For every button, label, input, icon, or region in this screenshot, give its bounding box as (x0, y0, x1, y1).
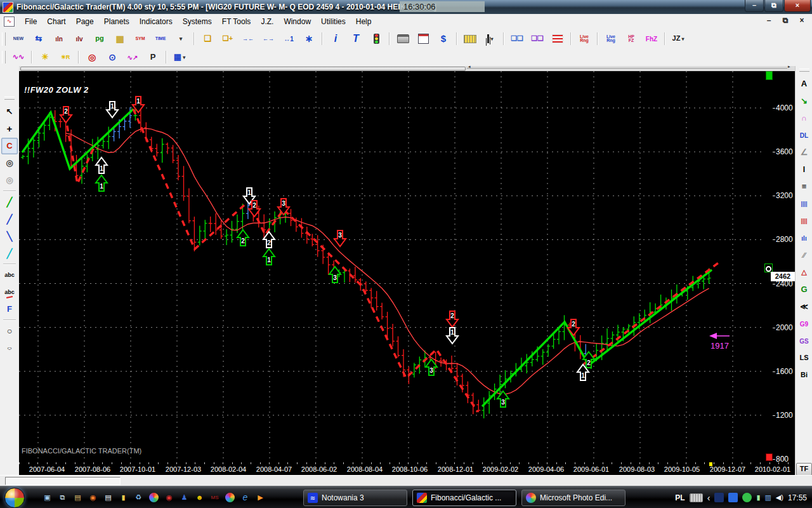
circle-tool[interactable]: ○ (1, 323, 18, 339)
recycle-bin-icon[interactable]: ♻ (132, 491, 145, 504)
chrome-icon[interactable] (223, 491, 237, 504)
dl-tool[interactable]: DL (796, 127, 812, 144)
bullseye-button[interactable]: ◎ (82, 49, 102, 65)
scroll-left-icon[interactable]: ◂ (468, 64, 471, 69)
menu-indicators[interactable]: Indicators (134, 15, 178, 28)
battery-icon[interactable]: ▮ (756, 493, 760, 502)
menu-ft-tools[interactable]: FT Tools (217, 15, 256, 28)
chart-vertical-scrollbar[interactable] (765, 71, 773, 462)
vlines-blue-tool[interactable]: |||| (796, 196, 812, 212)
scroll-right-icon[interactable]: ▸ (788, 64, 790, 69)
triangle-tool[interactable]: △ (796, 264, 812, 281)
switch-windows-icon[interactable]: ⧉ (56, 491, 69, 504)
mdi-restore-button[interactable]: ⧉ (779, 16, 792, 25)
scale-one-button[interactable]: ↔1 (279, 30, 298, 47)
planet-clock-button[interactable]: ⊙ (103, 49, 122, 65)
menu-window[interactable]: Window (278, 15, 316, 28)
angle-tool[interactable]: ∠ (796, 144, 812, 161)
toolbar-grip[interactable] (4, 97, 15, 100)
scroll-top-marker[interactable] (766, 71, 773, 80)
ms-app-icon[interactable]: MS (208, 491, 221, 504)
photo-editor-icon[interactable] (147, 491, 160, 504)
live-range-red-button[interactable]: Live Rng (575, 30, 594, 47)
pen-tool[interactable]: ╱ (1, 245, 18, 262)
fibonacci-tool[interactable]: F (1, 301, 18, 318)
magnet-tool[interactable]: C (1, 138, 18, 154)
channel-tool[interactable]: I (796, 161, 812, 178)
arcs-tool[interactable]: ∩ (796, 110, 812, 126)
minibars-tool[interactable]: ılı (796, 230, 812, 246)
task-button-notowania-3[interactable]: ≋Notowania 3 (303, 490, 407, 506)
add-window-button[interactable]: ❏+ (218, 30, 237, 47)
tray-app-icon-3[interactable] (742, 493, 752, 502)
menu-file[interactable]: File (20, 15, 42, 28)
toolbar-grip[interactable] (2, 32, 6, 46)
date-axis[interactable]: 2007-06-042007-08-062007-10-012007-12-03… (19, 462, 795, 475)
live-range-blue-button[interactable]: Live Rng (601, 30, 620, 47)
text-delete-tool[interactable]: abc (1, 284, 18, 300)
crosshair-tool[interactable]: + (1, 121, 18, 137)
text-tool-button[interactable]: T (346, 30, 365, 47)
network-icon[interactable]: ▥ (764, 493, 771, 502)
ie-icon[interactable]: e (239, 491, 252, 504)
toolbar-grip[interactable] (2, 51, 6, 64)
explorer-icon[interactable]: ▤ (71, 491, 84, 504)
hlines-tool[interactable]: ≡ (796, 178, 812, 195)
chart-doc-icon[interactable]: ∿ (4, 17, 15, 27)
dropdown-arrow-icon[interactable]: ▾ (183, 55, 185, 60)
keyboard-icon[interactable] (690, 493, 703, 502)
opera-icon[interactable]: ◉ (162, 491, 176, 504)
text-abc-tool[interactable]: abc (1, 267, 18, 283)
symbol-button[interactable]: SYM (131, 30, 150, 47)
gs-tool[interactable]: GS (796, 333, 812, 349)
diagon-lines-tool[interactable]: ∕∕ (796, 247, 812, 264)
mdi-close-button[interactable]: × (796, 16, 808, 25)
star-button[interactable]: ∗ (299, 30, 318, 47)
scroll-bottom-marker[interactable] (766, 453, 773, 461)
fan-tool[interactable]: ≪ (796, 298, 812, 315)
start-button[interactable] (4, 488, 25, 508)
price-axis[interactable]: 2462 40003600320028002400200016001200800 (773, 71, 795, 462)
page-button[interactable]: pg (90, 30, 109, 47)
expand-scale-button[interactable]: ←→ (259, 30, 278, 47)
bars-v-button[interactable]: ıIv (70, 30, 89, 47)
tray-chevron-icon[interactable]: ‹ (707, 493, 710, 503)
live-dashes-button[interactable] (548, 30, 567, 47)
menu-utilities[interactable]: Utilities (316, 15, 351, 28)
zoom-disabled-tool[interactable]: ◎ (1, 172, 18, 189)
language-indicator[interactable]: PL (675, 493, 684, 502)
p-wave-button[interactable]: P (143, 49, 162, 65)
pointer-tool[interactable]: ↖ (1, 104, 18, 120)
minimize-button[interactable]: – (745, 0, 764, 12)
menu-j-z-[interactable]: J.Z. (256, 15, 278, 28)
task-button-microsoft-photo-edi-[interactable]: Microsoft Photo Edi... (521, 490, 625, 506)
ls-tool[interactable]: LS (796, 350, 812, 366)
close-button[interactable]: × (784, 0, 811, 12)
folder-icon[interactable]: ▮ (117, 491, 130, 504)
trendline-green-tool[interactable]: ╱ (1, 194, 18, 210)
andrews-tool[interactable]: A (796, 76, 812, 92)
grid-window-button[interactable]: ▦ (110, 30, 129, 47)
fhz-button[interactable]: FhZ (642, 30, 661, 47)
new-chart-button[interactable]: NEW (9, 30, 28, 47)
chart-canvas[interactable]: 211111232213321332211917 (19, 71, 765, 462)
print-button[interactable] (393, 30, 412, 47)
gann-tool[interactable]: G (796, 281, 812, 298)
time-button[interactable]: TIME (151, 30, 170, 47)
menu-systems[interactable]: Systems (178, 15, 217, 28)
restore-button[interactable]: ⧉ (764, 0, 783, 12)
menu-chart[interactable]: Chart (42, 15, 70, 28)
tray-app-icon-2[interactable] (728, 493, 738, 502)
traffic-light-button[interactable] (367, 30, 386, 47)
planet-lines-button[interactable]: ∿∿ (9, 49, 28, 65)
hp-fz-button[interactable]: HP FZ (622, 30, 641, 47)
ellipse-tool[interactable]: ○ (1, 340, 18, 356)
pages-blue-button[interactable]: ❏❏ (508, 30, 527, 47)
task-button-fibonacci-galactic-[interactable]: Fibonacci/Galactic ... (412, 490, 516, 506)
cascade-windows-button[interactable]: ❏ (198, 30, 217, 47)
compress-scale-button[interactable]: →← (239, 30, 258, 47)
timeframe-button[interactable]: TF (796, 463, 812, 476)
scrollbar-track[interactable] (467, 68, 787, 69)
jz-button[interactable]: JZ▾ (669, 30, 688, 47)
show-desktop-icon[interactable]: ▣ (41, 491, 54, 504)
